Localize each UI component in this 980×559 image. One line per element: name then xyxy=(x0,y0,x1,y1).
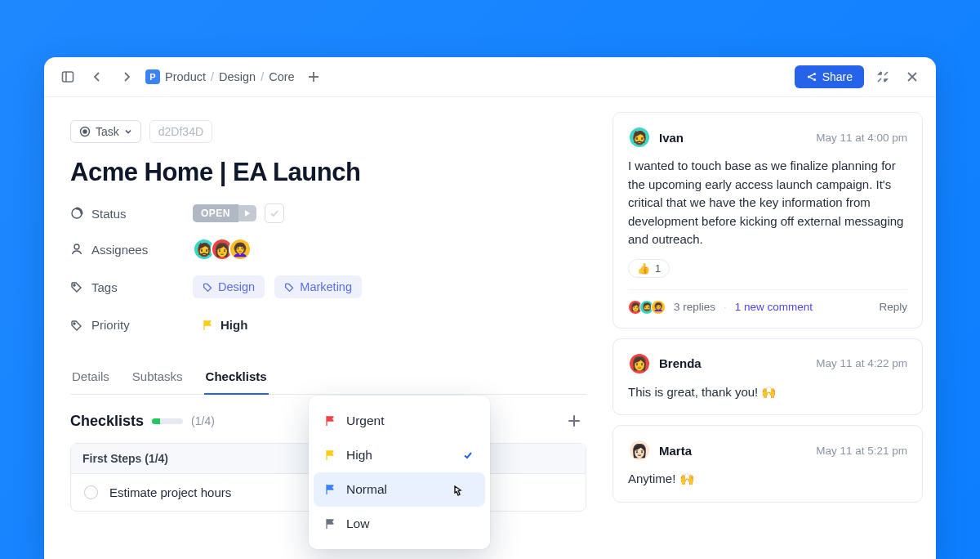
close-icon[interactable] xyxy=(902,66,923,87)
avatar: 👩🏻 xyxy=(628,439,651,462)
tag-chip[interactable]: Marketing xyxy=(274,275,362,298)
comment-timestamp: May 11 at 4:00 pm xyxy=(816,132,907,144)
tab-subtasks[interactable]: Subtasks xyxy=(131,361,185,394)
tag-chip[interactable]: Design xyxy=(193,275,265,298)
chevron-down-icon xyxy=(124,127,132,136)
task-type-select[interactable]: Task xyxy=(70,120,141,143)
add-checklist-button[interactable] xyxy=(567,414,586,428)
priority-menu: Urgent High Normal xyxy=(309,396,490,549)
svg-point-4 xyxy=(808,75,810,78)
status-next-icon[interactable] xyxy=(238,205,256,221)
status-picker[interactable]: OPEN xyxy=(193,204,256,222)
app-window: P Product / Design / Core Share xyxy=(44,57,936,559)
status-value: OPEN xyxy=(193,204,238,222)
comment-card: 👩 Brenda May 11 at 4:22 pm This is great… xyxy=(612,338,923,416)
share-button[interactable]: Share xyxy=(795,65,864,88)
svg-point-12 xyxy=(83,130,87,133)
replies-count[interactable]: 3 replies xyxy=(674,301,715,313)
svg-rect-0 xyxy=(63,72,74,82)
priority-label: Priority xyxy=(70,318,193,332)
priority-option-high[interactable]: High xyxy=(314,438,485,472)
flag-icon xyxy=(325,518,336,530)
svg-point-17 xyxy=(74,323,75,324)
share-label: Share xyxy=(822,70,853,83)
status-label: Status xyxy=(70,207,193,221)
flag-icon xyxy=(325,415,336,427)
comment-timestamp: May 11 at 5:21 pm xyxy=(816,445,907,457)
priority-picker[interactable]: High xyxy=(193,313,257,337)
assignees-avatars[interactable]: 🧔 👩 👩‍🦱 xyxy=(193,238,252,261)
priority-value: High xyxy=(220,318,247,332)
svg-point-5 xyxy=(813,73,816,75)
sidebar-toggle-icon[interactable] xyxy=(57,66,78,87)
checklist-item-label: Estimate project hours xyxy=(109,485,231,499)
comment-timestamp: May 11 at 4:22 pm xyxy=(816,357,907,369)
priority-option-normal[interactable]: Normal xyxy=(314,472,485,507)
status-icon xyxy=(70,207,83,220)
svg-point-15 xyxy=(74,244,79,249)
nav-back-icon[interactable] xyxy=(87,66,108,87)
tag-icon xyxy=(70,319,83,332)
checklist-progress xyxy=(152,418,183,424)
assignees-label: Assignees xyxy=(70,243,193,257)
breadcrumb-item[interactable]: Core xyxy=(269,70,294,83)
task-main: Task d2Df34D Acme Home | EA Launch Statu… xyxy=(44,97,612,559)
tabs: Details Subtasks Checklists xyxy=(70,361,586,395)
comment-author: Ivan xyxy=(659,131,684,145)
tab-details[interactable]: Details xyxy=(70,361,111,394)
task-type-label: Task xyxy=(96,125,119,138)
reply-avatars: 👩 🧔 👩‍🦱 xyxy=(628,300,666,315)
reply-button[interactable]: Reply xyxy=(879,301,907,313)
comment-card: 🧔 Ivan May 11 at 4:00 pm I wanted to tou… xyxy=(612,112,923,329)
avatar[interactable]: 👩‍🦱 xyxy=(229,238,252,261)
add-icon[interactable] xyxy=(303,66,324,87)
priority-option-urgent[interactable]: Urgent xyxy=(314,404,485,438)
avatar: 👩 xyxy=(628,352,651,375)
svg-point-6 xyxy=(813,78,816,81)
comment-author: Brenda xyxy=(659,356,702,370)
tags-label: Tags xyxy=(70,280,193,294)
comment-body: This is great, thank you! 🙌 xyxy=(628,383,907,402)
check-icon xyxy=(462,449,474,461)
flag-icon xyxy=(325,449,336,461)
flag-icon xyxy=(203,320,214,331)
svg-point-16 xyxy=(74,284,75,286)
breadcrumb-item[interactable]: Design xyxy=(219,70,256,83)
breadcrumb: P Product / Design / Core xyxy=(145,69,295,84)
new-comment-link[interactable]: 1 new comment xyxy=(735,301,813,313)
tag-icon xyxy=(70,280,83,293)
task-id: d2Df34D xyxy=(149,120,212,143)
reaction-count: 1 xyxy=(655,262,661,275)
checklist-count: (1/4) xyxy=(191,414,215,427)
comment-body: I wanted to touch base as we finalize pl… xyxy=(628,157,907,249)
checkbox-icon[interactable] xyxy=(84,485,98,499)
nav-forward-icon[interactable] xyxy=(116,66,137,87)
tab-checklists[interactable]: Checklists xyxy=(204,361,269,395)
priority-option-low[interactable]: Low xyxy=(314,507,485,541)
reaction-emoji: 👍 xyxy=(637,262,650,275)
comment-author: Marta xyxy=(659,444,692,458)
checklists-heading: Checklists xyxy=(70,413,144,430)
task-title[interactable]: Acme Home | EA Launch xyxy=(70,158,586,187)
comments-panel: 🧔 Ivan May 11 at 4:00 pm I wanted to tou… xyxy=(612,97,936,559)
cursor-icon xyxy=(451,484,466,499)
breadcrumb-sep: / xyxy=(261,70,264,83)
comment-card: 👩🏻 Marta May 11 at 5:21 pm Anytime! 🙌 xyxy=(612,425,923,503)
avatar: 🧔 xyxy=(628,126,651,149)
comment-body: Anytime! 🙌 xyxy=(628,470,907,489)
reaction-chip[interactable]: 👍 1 xyxy=(628,259,670,278)
project-icon: P xyxy=(145,69,160,84)
mark-complete-button[interactable] xyxy=(265,203,284,223)
breadcrumb-item[interactable]: Product xyxy=(165,70,206,83)
topbar: P Product / Design / Core Share xyxy=(44,57,936,97)
breadcrumb-sep: / xyxy=(211,70,214,83)
flag-icon xyxy=(325,484,336,495)
person-icon xyxy=(70,243,83,256)
collapse-icon[interactable] xyxy=(872,66,893,87)
svg-marker-14 xyxy=(245,210,250,217)
